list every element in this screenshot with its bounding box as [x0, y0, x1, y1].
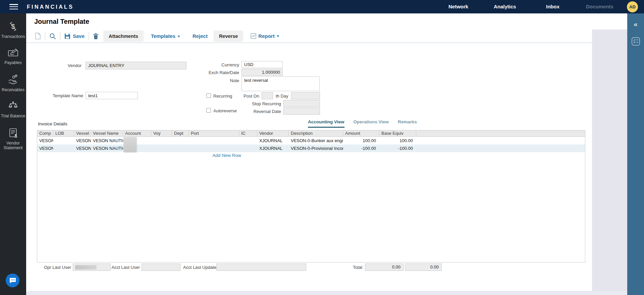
- report-dropdown[interactable]: Report ▼: [251, 33, 279, 39]
- chat-button[interactable]: [6, 274, 19, 287]
- reverse-button[interactable]: Reverse: [214, 31, 243, 42]
- col-account: Account: [123, 130, 151, 136]
- report-chart-icon: [251, 33, 256, 39]
- tab-operations-view[interactable]: Operations View: [354, 119, 389, 128]
- left-sidebar: $ Transactions Payables: [0, 13, 26, 295]
- sidebar-label: Transactions: [1, 34, 25, 39]
- delete-icon[interactable]: [93, 33, 99, 40]
- post-on-field[interactable]: [262, 92, 273, 99]
- stop-recurring-field[interactable]: [283, 100, 320, 107]
- acct-last-update-field[interactable]: [216, 263, 306, 271]
- th-day-label: th Day: [276, 94, 290, 99]
- template-name-label: Template Name: [46, 93, 83, 98]
- nav-analytics[interactable]: Analytics: [494, 4, 516, 9]
- trial-balance-icon: [7, 101, 19, 114]
- sidebar-item-receivables[interactable]: Receivables: [0, 74, 26, 92]
- main-content: Journal Template Save: [26, 13, 627, 295]
- reversal-date-label: Reversal Date: [227, 109, 281, 114]
- page-title: Journal Template: [34, 18, 89, 25]
- acct-last-user-field[interactable]: [142, 263, 180, 271]
- col-port: Port: [189, 130, 239, 136]
- toolbar: Save Attachments Templates▼ Reject Rever…: [26, 30, 592, 43]
- top-bar: FINANCIALS Network Analytics Inbox Docum…: [0, 0, 644, 13]
- sidebar-item-vendor-statement[interactable]: Vendor Statement: [0, 127, 26, 151]
- template-name-field[interactable]: [86, 92, 138, 99]
- hamburger-menu-icon[interactable]: [9, 4, 18, 10]
- sidebar-item-payables[interactable]: Payables: [0, 48, 26, 65]
- redacted-account-value: [124, 137, 137, 152]
- col-lob: LOB: [53, 130, 74, 136]
- nav-network[interactable]: Network: [448, 4, 468, 9]
- collapse-panel-icon[interactable]: «: [634, 20, 638, 28]
- new-document-icon[interactable]: [35, 33, 41, 40]
- opr-last-user-label: Opr Last User: [34, 265, 71, 270]
- col-base-equiv: Base Equiv: [379, 130, 416, 136]
- templates-dropdown[interactable]: Templates▼: [151, 33, 180, 39]
- table-row[interactable]: VESON VESON VESON NAUTICAL XJOURNAL VESO…: [37, 137, 585, 144]
- sidebar-label: Receivables: [2, 87, 24, 92]
- sidebar-label: Vendor Statement: [0, 141, 26, 151]
- currency-label: Currency: [194, 62, 239, 67]
- col-comp: Comp: [37, 130, 53, 136]
- avatar[interactable]: AD: [627, 1, 638, 12]
- exch-rate-field[interactable]: [241, 69, 283, 76]
- recurring-checkbox[interactable]: [206, 93, 211, 98]
- vendor-field[interactable]: [86, 62, 186, 69]
- tab-remarks[interactable]: Remarks: [398, 119, 417, 128]
- search-icon[interactable]: [49, 33, 56, 40]
- svg-text:$: $: [11, 23, 15, 30]
- payables-icon: [7, 48, 19, 60]
- acct-last-update-label: Acct Last Update: [183, 265, 215, 270]
- total-base-equiv-field: 0.00: [405, 263, 442, 271]
- right-panel: «: [627, 13, 644, 295]
- view-tabs: Accounting View Operations View Remarks: [308, 119, 417, 128]
- save-icon: [64, 33, 70, 39]
- col-amount: Amount: [343, 130, 379, 136]
- redacted-user-value: [75, 265, 97, 270]
- note-field[interactable]: test reversal: [241, 76, 320, 91]
- exch-rate-label: Exch Rate/Date: [194, 70, 239, 75]
- invoice-details-table: Comp LOB Vessel Vessel Name Account Voy …: [37, 130, 585, 262]
- col-description: Description: [289, 130, 343, 136]
- invoice-details-label: Invoice Details: [38, 121, 67, 126]
- post-on-label: Post On: [244, 94, 260, 99]
- col-vessel-name: Vessel Name: [91, 130, 123, 136]
- sidebar-item-trial-balance[interactable]: Trial Balance: [0, 101, 26, 118]
- table-header: Comp LOB Vessel Vessel Name Account Voy …: [37, 130, 585, 137]
- autoreverse-checkbox[interactable]: [206, 108, 211, 113]
- acct-last-user-label: Acct Last User: [103, 265, 140, 270]
- col-ic: IC: [239, 130, 257, 136]
- horizontal-scrollbar[interactable]: [26, 291, 627, 295]
- th-day-field[interactable]: [291, 92, 320, 99]
- nav-documents[interactable]: Documents: [586, 4, 613, 9]
- receivables-icon: [7, 74, 19, 87]
- nav-inbox[interactable]: Inbox: [546, 4, 559, 9]
- total-amount-field: 0.00: [365, 263, 404, 271]
- app-window: FINANCIALS Network Analytics Inbox Docum…: [0, 0, 644, 295]
- attachments-button[interactable]: Attachments: [103, 31, 144, 42]
- chevron-down-icon: ▼: [177, 35, 180, 38]
- table-row[interactable]: VESON VESON VESON NAUTICAL XJOURNAL VESO…: [37, 144, 585, 152]
- chat-bubble-icon: [9, 277, 16, 284]
- sidebar-item-transactions[interactable]: $ Transactions: [0, 21, 26, 39]
- sidebar-label: Payables: [4, 60, 21, 65]
- recurring-label: Recurring: [213, 94, 232, 99]
- save-label: Save: [73, 33, 85, 39]
- save-button[interactable]: Save: [64, 33, 85, 39]
- sidebar-label: Trial Balance: [1, 114, 25, 118]
- col-voy: Voy: [151, 130, 172, 136]
- brand-logo: FINANCIALS: [27, 4, 74, 10]
- tab-accounting-view[interactable]: Accounting View: [308, 119, 344, 128]
- currency-field[interactable]: [241, 61, 283, 68]
- col-vessel: Vessel: [74, 130, 91, 136]
- right-gutter: [592, 30, 627, 291]
- note-label: Note: [194, 78, 239, 83]
- stop-recurring-label: Stop Recurring: [227, 101, 281, 106]
- chevron-down-icon: ▼: [276, 34, 280, 38]
- task-list-icon[interactable]: [631, 37, 640, 47]
- reversal-date-field[interactable]: [283, 108, 320, 115]
- reject-button[interactable]: Reject: [193, 33, 208, 39]
- add-new-row-link[interactable]: Add New Row: [37, 153, 416, 158]
- col-dept: Dept: [172, 130, 189, 136]
- col-vendor: Vendor: [257, 130, 289, 136]
